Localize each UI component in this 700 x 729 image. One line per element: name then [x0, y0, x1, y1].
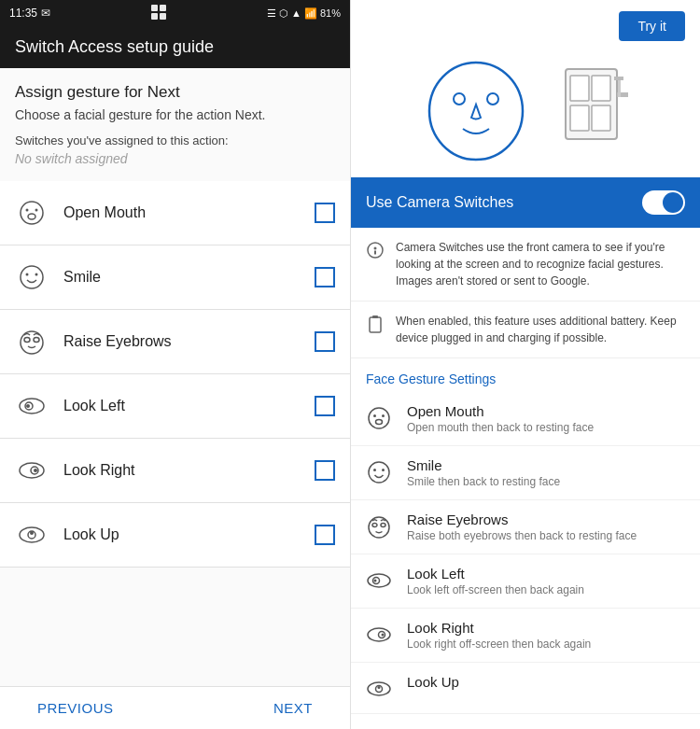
svg-point-57: [378, 686, 381, 689]
app-title: Switch Access setup guide: [15, 37, 214, 56]
battery-info-icon: [366, 315, 385, 333]
svg-point-43: [369, 462, 389, 483]
right-list-item[interactable]: Look Up: [351, 663, 700, 714]
right-panel: Try it Use Camera S: [350, 0, 700, 729]
list-item[interactable]: Open Mouth: [0, 181, 350, 245]
look-left-icon-right: [366, 568, 392, 594]
svg-point-23: [429, 63, 523, 160]
svg-point-5: [26, 209, 29, 212]
svg-rect-37: [370, 317, 381, 332]
checkbox-raise-eyebrows[interactable]: [315, 331, 335, 352]
previous-button[interactable]: Previous: [37, 700, 114, 716]
svg-rect-36: [374, 251, 376, 255]
message-icon: ✉: [41, 7, 50, 20]
camera-switch-label: Use Camera Switches: [366, 194, 513, 211]
signal-icons: ☰ ⬡ ▲ 📶: [267, 7, 317, 20]
switches-label: Switches you've assigned to this action:: [15, 133, 335, 147]
info-row-battery: When enabled, this feature uses addition…: [351, 301, 700, 358]
svg-point-9: [26, 273, 29, 276]
right-gesture-name: Look Left: [407, 566, 685, 582]
list-item[interactable]: Look Up: [0, 503, 350, 568]
right-gesture-text: Raise Eyebrows Raise both eyebrows then …: [407, 512, 685, 542]
assign-section: Assign gesture for Next Choose a facial …: [0, 68, 350, 181]
assign-subtitle: Choose a facial gesture for the action N…: [15, 107, 335, 122]
svg-point-51: [374, 580, 377, 582]
svg-rect-2: [151, 13, 158, 20]
right-gesture-desc: Look right off-screen then back again: [407, 638, 685, 651]
right-gesture-text: Look Left Look left off-screen then back…: [407, 566, 685, 596]
svg-rect-38: [372, 315, 378, 318]
open-mouth-icon: [15, 196, 49, 230]
status-bar: 11:35 ✉ ☰ ⬡ ▲ 📶 81%: [0, 0, 350, 26]
checkbox-look-up[interactable]: [315, 525, 335, 545]
open-mouth-icon-right: [366, 405, 392, 431]
svg-rect-30: [592, 105, 610, 131]
right-list-item[interactable]: Look Left Look left off-screen then back…: [351, 554, 700, 609]
info-text-battery: When enabled, this feature uses addition…: [396, 313, 685, 346]
svg-point-45: [382, 469, 385, 471]
right-gesture-desc: Look left off-screen then back again: [407, 583, 685, 596]
svg-point-22: [30, 531, 34, 535]
svg-point-44: [373, 469, 376, 471]
left-panel: 11:35 ✉ ☰ ⬡ ▲ 📶 81% Switch Access setup …: [0, 0, 350, 729]
left-content: Assign gesture for Next Choose a facial …: [0, 68, 350, 686]
svg-point-42: [376, 420, 383, 425]
info-text-camera: Camera Switches use the front camera to …: [396, 239, 685, 289]
right-list-item[interactable]: Look Right Look right off-screen then ba…: [351, 609, 700, 663]
next-button[interactable]: Next: [273, 700, 313, 716]
face-gesture-title: Face Gesture Settings: [351, 358, 700, 392]
svg-point-35: [374, 247, 377, 250]
look-left-icon: [15, 389, 49, 423]
device-illustration: [556, 64, 631, 158]
svg-rect-3: [160, 13, 166, 20]
list-item[interactable]: Look Right: [0, 439, 350, 503]
svg-point-24: [454, 93, 465, 105]
try-it-button[interactable]: Try it: [619, 11, 685, 41]
gesture-name-raise-eyebrows: Raise Eyebrows: [63, 333, 315, 350]
list-item[interactable]: Raise Eyebrows: [0, 310, 350, 374]
right-gesture-name: Raise Eyebrows: [407, 512, 685, 527]
checkbox-open-mouth[interactable]: [315, 203, 335, 223]
svg-point-39: [369, 408, 389, 428]
svg-point-12: [24, 338, 30, 343]
right-list-item[interactable]: Open Mouth Open mouth then back to resti…: [351, 392, 700, 446]
checkbox-smile[interactable]: [315, 267, 335, 287]
right-gesture-text: Look Up: [407, 674, 685, 692]
right-list-item[interactable]: Raise Eyebrows Raise both eyebrows then …: [351, 500, 700, 554]
right-list-item[interactable]: Smile Smile then back to resting face: [351, 446, 700, 500]
checkbox-look-right[interactable]: [315, 460, 335, 481]
right-gesture-name: Smile: [407, 457, 685, 473]
right-gesture-name: Look Right: [407, 620, 685, 636]
svg-rect-27: [570, 76, 589, 101]
try-it-section: Try it: [351, 0, 700, 52]
svg-rect-33: [614, 77, 623, 80]
face-illustration: [420, 60, 541, 162]
smile-icon-right: [366, 459, 392, 485]
svg-rect-29: [570, 105, 589, 131]
svg-rect-28: [592, 76, 610, 101]
svg-point-8: [21, 266, 43, 288]
gesture-name-look-right: Look Right: [63, 462, 315, 479]
list-item[interactable]: Smile: [0, 245, 350, 310]
gesture-name-smile: Smile: [63, 269, 315, 286]
svg-rect-1: [160, 5, 166, 11]
gesture-list: Open Mouth Smile: [0, 181, 350, 568]
svg-point-11: [21, 331, 43, 354]
list-item[interactable]: Look Left: [0, 374, 350, 439]
toggle-knob: [663, 192, 683, 213]
svg-point-34: [368, 243, 383, 258]
svg-point-54: [382, 634, 385, 637]
svg-point-7: [28, 214, 35, 219]
look-right-icon-right: [366, 622, 392, 648]
right-gesture-text: Look Right Look right off-screen then ba…: [407, 620, 685, 651]
right-gesture-desc: Smile then back to resting face: [407, 475, 685, 488]
status-bar-right: ☰ ⬡ ▲ 📶 81%: [267, 7, 341, 20]
right-gesture-name: Look Up: [407, 674, 685, 690]
illustration-area: [351, 52, 700, 177]
camera-switch-bar[interactable]: Use Camera Switches: [351, 177, 700, 228]
svg-point-46: [369, 517, 389, 538]
camera-switch-toggle[interactable]: [642, 190, 685, 215]
checkbox-look-left[interactable]: [315, 396, 335, 416]
no-switch-label: No switch assigned: [15, 151, 335, 166]
battery-level: 81%: [320, 7, 341, 19]
